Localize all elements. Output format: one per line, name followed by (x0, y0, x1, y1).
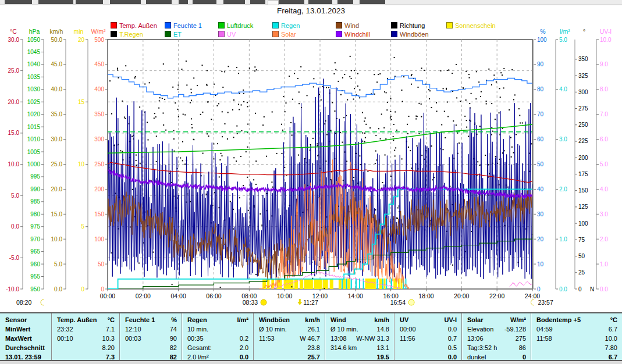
table-cell-value: 7.3 (106, 352, 115, 362)
table-column-unit: W/m² (510, 315, 526, 324)
svg-text:225: 225 (578, 138, 588, 144)
toolbar-button[interactable] (279, 0, 304, 4)
table-cell-label: 13:08 (330, 334, 347, 343)
legend-item-wind: Wind (336, 22, 359, 29)
svg-text:1035: 1035 (27, 74, 41, 80)
toolbar-button[interactable] (337, 0, 353, 4)
svg-text:75: 75 (578, 237, 585, 243)
svg-text:30: 30 (537, 211, 544, 217)
table-column-sensor: SensorMinWertMaxWertDurchschnitt13.01. 2… (0, 313, 51, 360)
svg-text:175: 175 (578, 171, 588, 177)
toolbar-button[interactable] (5, 0, 32, 4)
svg-text:25.0: 25.0 (8, 67, 20, 74)
table-cell-value: 0.2 (240, 334, 248, 343)
table-cell-label: Tag:3:52 h (467, 343, 497, 352)
table-column-unit: km/h (374, 315, 389, 324)
table-column-name: Feuchte 1 (125, 315, 155, 324)
svg-text:50: 50 (537, 161, 544, 167)
legend-swatch-icon (111, 31, 117, 37)
svg-text:1010: 1010 (27, 136, 41, 142)
toolbar-button[interactable] (38, 0, 73, 4)
legend-label: Solar (281, 31, 296, 38)
svg-text:2.0: 2.0 (600, 236, 608, 242)
table-cell-value: 74 (170, 324, 177, 334)
series-Richtung (109, 56, 533, 289)
svg-text:995: 995 (30, 173, 40, 180)
table-column-name: Wind (330, 315, 346, 324)
svg-text:°: ° (583, 28, 585, 35)
moon-icon (41, 299, 44, 305)
svg-text:30.0: 30.0 (51, 136, 63, 142)
table-cell-label: 00:03 (125, 334, 141, 343)
svg-text:400: 400 (94, 86, 104, 92)
legend-item-windchill: Windchill (336, 30, 370, 38)
svg-text:8.0: 8.0 (600, 86, 608, 92)
table-cell-label: 10 min. (187, 324, 208, 334)
svg-text:N: N (590, 286, 594, 292)
legend-label: Windböen (400, 31, 429, 38)
series-Wind (108, 191, 532, 281)
legend-label: Feuchte 1 (173, 22, 202, 29)
legend-label: Windchill (344, 31, 370, 38)
sun-moon-time: 11:27 (303, 299, 318, 306)
svg-text:9.0: 9.0 (600, 61, 608, 67)
svg-text:24:00: 24:00 (525, 292, 540, 299)
table-cell-value: 82 (170, 343, 177, 352)
svg-text:1015: 1015 (27, 124, 41, 130)
toolbar-button[interactable] (223, 0, 245, 4)
svg-text:20: 20 (78, 37, 85, 43)
sun-moon-markers: 08:2008:3311:2716:5423:57 (16, 299, 553, 306)
svg-text:UV-I: UV-I (600, 28, 612, 35)
table-cell-label: 13:06 (467, 334, 484, 343)
svg-text:00:00: 00:00 (100, 292, 115, 299)
table-cell-value: 7.80 (605, 343, 617, 352)
table-cell-value: 8.20 (102, 343, 115, 352)
toolbar-button[interactable] (146, 0, 172, 4)
gridlines (108, 40, 532, 289)
table-cell-value: 0 (523, 352, 526, 362)
svg-text:965: 965 (30, 248, 40, 255)
toolbar-button[interactable] (110, 0, 141, 4)
svg-text:1040: 1040 (27, 61, 41, 67)
table-cell-label: 2.0 l/m² (187, 352, 209, 362)
svg-text:125: 125 (578, 204, 588, 210)
toolbar-button[interactable] (76, 0, 103, 4)
table-column-bodentemp: Bodentemp +5°C04:596.711:5810.07.806.7 (531, 313, 622, 360)
weather-app-window: Freitag, 13.01.2023 Temp. AußenFeuchte 1… (0, 0, 622, 364)
svg-text:350: 350 (578, 56, 588, 62)
toolbar-button[interactable] (250, 0, 265, 4)
svg-text:0: 0 (81, 286, 84, 292)
svg-text:16:00: 16:00 (383, 292, 399, 299)
table-cell-value: 0.5 (448, 343, 457, 352)
svg-text:6.0: 6.0 (600, 136, 608, 142)
toolbar-button[interactable] (179, 0, 188, 4)
svg-text:60: 60 (537, 136, 544, 142)
table-column-wind: Windkm/hØ 10 min.14.813:08W-NW 31.3314.6… (325, 313, 394, 360)
toolbar-button[interactable] (308, 0, 332, 4)
svg-text:0.0: 0.0 (54, 286, 62, 292)
table-column-regen: Regenl/m²10 min.00:350.2Gesamt:2.02.0 l/… (182, 313, 253, 360)
svg-text:250: 250 (94, 161, 104, 167)
table-cell-label: dunkel (467, 352, 486, 362)
toolbar-button[interactable] (268, 0, 279, 5)
table-row-label: MinWert (5, 324, 30, 334)
legend-label: Temp. Außen (119, 22, 157, 29)
table-column-name: Solar (467, 315, 484, 324)
table-cell-value: 90 (170, 334, 177, 343)
series-layer (108, 56, 533, 290)
svg-text:100: 100 (94, 236, 104, 242)
legend-label: Luftdruck (227, 22, 253, 29)
table-column-name: Bodentemp +5 (536, 315, 581, 324)
table-column-temp: Temp. Außen°C23:327.100:1010.38.207.3 (51, 313, 119, 360)
toolbar-button[interactable] (193, 0, 216, 4)
table-cell-label: Elevation (467, 324, 493, 334)
svg-text:°C: °C (10, 28, 17, 35)
svg-text:10:00: 10:00 (277, 292, 292, 299)
legend-label: UV (227, 31, 236, 38)
table-cell-value: 0.0 (448, 352, 457, 362)
svg-text:40.0: 40.0 (51, 86, 63, 92)
svg-text:250: 250 (578, 122, 588, 128)
table-cell-value: 275 (516, 334, 526, 343)
toolbar-button[interactable] (360, 0, 385, 4)
table-cell-value: W 46.7 (300, 334, 320, 343)
